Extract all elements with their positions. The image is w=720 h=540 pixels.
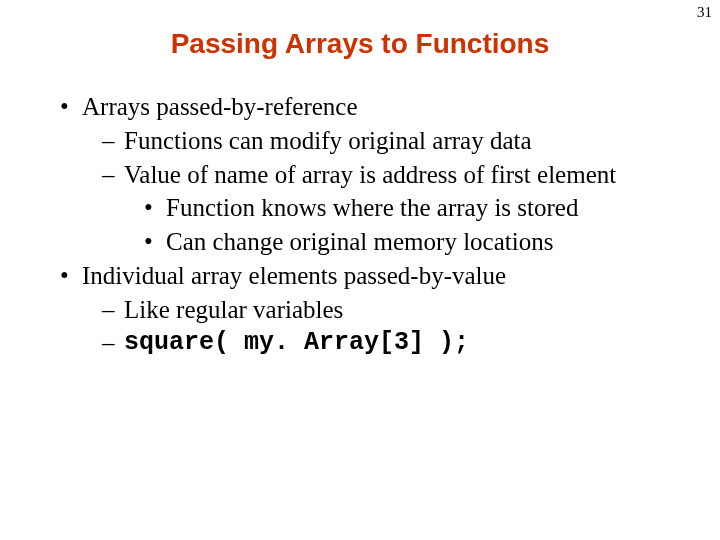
bullet-dash-icon: –: [102, 326, 124, 360]
bullet-code-text: square( my. Array[3] );: [124, 326, 680, 360]
bullet-dot-icon: •: [60, 90, 82, 124]
slide-body: • Arrays passed-by-reference – Functions…: [0, 70, 720, 360]
bullet-level1: • Individual array elements passed-by-va…: [60, 259, 680, 293]
bullet-dash-icon: –: [102, 124, 124, 158]
bullet-text: Can change original memory locations: [166, 225, 680, 259]
bullet-dot-icon: •: [144, 225, 166, 259]
bullet-dash-icon: –: [102, 293, 124, 327]
bullet-level2: – Value of name of array is address of f…: [60, 158, 680, 192]
bullet-dash-icon: –: [102, 158, 124, 192]
bullet-text: Arrays passed-by-reference: [82, 90, 680, 124]
bullet-text: Individual array elements passed-by-valu…: [82, 259, 680, 293]
slide: 31 Passing Arrays to Functions • Arrays …: [0, 0, 720, 540]
bullet-level3: • Can change original memory locations: [60, 225, 680, 259]
bullet-dot-icon: •: [144, 191, 166, 225]
bullet-level1: • Arrays passed-by-reference: [60, 90, 680, 124]
bullet-level2: – square( my. Array[3] );: [60, 326, 680, 360]
bullet-text: Like regular variables: [124, 293, 680, 327]
slide-title: Passing Arrays to Functions: [0, 0, 720, 70]
bullet-level3: • Function knows where the array is stor…: [60, 191, 680, 225]
page-number: 31: [697, 4, 712, 21]
bullet-text: Value of name of array is address of fir…: [124, 158, 680, 192]
bullet-text: Functions can modify original array data: [124, 124, 680, 158]
bullet-text: Function knows where the array is stored: [166, 191, 680, 225]
bullet-level2: – Functions can modify original array da…: [60, 124, 680, 158]
bullet-dot-icon: •: [60, 259, 82, 293]
bullet-level2: – Like regular variables: [60, 293, 680, 327]
